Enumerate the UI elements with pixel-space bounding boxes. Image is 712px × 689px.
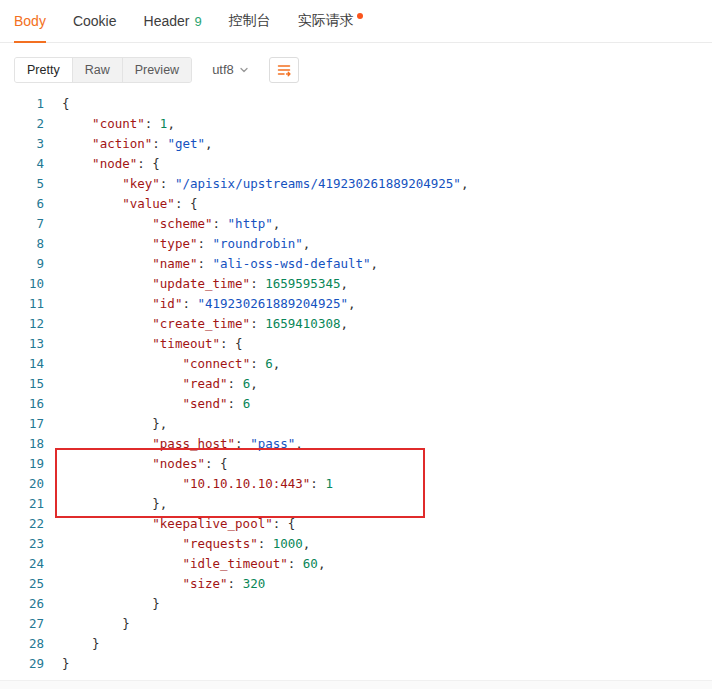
format-button[interactable] — [269, 57, 299, 83]
notification-dot — [357, 13, 363, 19]
line-content: "requests": 1000, — [44, 534, 310, 554]
code-line: 27 } — [0, 614, 712, 634]
line-content: } — [44, 654, 70, 674]
code-line: 14 "connect": 6, — [0, 354, 712, 374]
tab-actual-request[interactable]: 实际请求 — [298, 0, 363, 42]
line-content: "scheme": "http", — [44, 214, 280, 234]
line-content: "size": 320 — [44, 574, 265, 594]
line-number: 20 — [0, 474, 44, 494]
code-line: 10 "update_time": 1659595345, — [0, 274, 712, 294]
line-content: "timeout": { — [44, 334, 243, 354]
line-number: 28 — [0, 634, 44, 654]
line-number: 26 — [0, 594, 44, 614]
code-line: 8 "type": "roundrobin", — [0, 234, 712, 254]
code-line: 11 "id": "419230261889204925", — [0, 294, 712, 314]
line-content: "update_time": 1659595345, — [44, 274, 348, 294]
response-panel: BodyCookieHeader9控制台实际请求 PrettyRawPrevie… — [0, 0, 712, 689]
tab-label: 控制台 — [229, 12, 271, 30]
line-content: "pass_host": "pass", — [44, 434, 303, 454]
code-line: 22 "keepalive_pool": { — [0, 514, 712, 534]
line-number: 5 — [0, 174, 44, 194]
view-mode-pretty[interactable]: Pretty — [15, 58, 73, 82]
code-line: 16 "send": 6 — [0, 394, 712, 414]
code-line: 4 "node": { — [0, 154, 712, 174]
tab-header[interactable]: Header9 — [144, 0, 202, 42]
chevron-down-icon — [239, 65, 249, 75]
line-content: }, — [44, 414, 167, 434]
line-content: "nodes": { — [44, 454, 228, 474]
line-number: 9 — [0, 254, 44, 274]
line-number: 3 — [0, 134, 44, 154]
line-number: 15 — [0, 374, 44, 394]
code-line: 23 "requests": 1000, — [0, 534, 712, 554]
line-content: } — [44, 594, 160, 614]
tab-label: Header — [144, 13, 190, 29]
line-content: { — [44, 94, 70, 114]
response-body-viewer: 1{2 "count": 1,3 "action": "get",4 "node… — [0, 94, 712, 674]
line-number: 21 — [0, 494, 44, 514]
line-number: 11 — [0, 294, 44, 314]
code-line: 2 "count": 1, — [0, 114, 712, 134]
line-content: }, — [44, 494, 167, 514]
code-line: 19 "nodes": { — [0, 454, 712, 474]
view-mode-raw[interactable]: Raw — [73, 58, 123, 82]
code-lines: 1{2 "count": 1,3 "action": "get",4 "node… — [0, 94, 712, 674]
line-content: "10.10.10.10:443": 1 — [44, 474, 333, 494]
horizontal-scrollbar[interactable] — [0, 680, 712, 689]
line-content: "key": "/apisix/upstreams/41923026188920… — [44, 174, 468, 194]
line-number: 1 — [0, 94, 44, 114]
code-line: 18 "pass_host": "pass", — [0, 434, 712, 454]
code-line: 6 "value": { — [0, 194, 712, 214]
code-line: 26 } — [0, 594, 712, 614]
view-mode-switcher: PrettyRawPreview — [14, 57, 192, 83]
line-number: 14 — [0, 354, 44, 374]
body-toolbar: PrettyRawPreview utf8 — [0, 43, 712, 94]
code-line: 25 "size": 320 — [0, 574, 712, 594]
tab-label: 实际请求 — [298, 12, 354, 30]
code-line: 12 "create_time": 1659410308, — [0, 314, 712, 334]
tab-console[interactable]: 控制台 — [229, 0, 271, 42]
code-line: 9 "name": "ali-oss-wsd-default", — [0, 254, 712, 274]
tab-cookie[interactable]: Cookie — [73, 0, 117, 42]
line-content: "connect": 6, — [44, 354, 280, 374]
encoding-select[interactable]: utf8 — [212, 62, 249, 77]
line-number: 8 — [0, 234, 44, 254]
line-number: 4 — [0, 154, 44, 174]
line-content: "count": 1, — [44, 114, 175, 134]
line-number: 17 — [0, 414, 44, 434]
line-content: "keepalive_pool": { — [44, 514, 295, 534]
line-number: 25 — [0, 574, 44, 594]
line-number: 13 — [0, 334, 44, 354]
line-content: } — [44, 634, 100, 654]
line-content: "id": "419230261889204925", — [44, 294, 356, 314]
line-number: 10 — [0, 274, 44, 294]
code-line: 29} — [0, 654, 712, 674]
tab-bar: BodyCookieHeader9控制台实际请求 — [0, 0, 712, 43]
tab-label: Body — [14, 13, 46, 29]
line-content: "send": 6 — [44, 394, 250, 414]
code-line: 1{ — [0, 94, 712, 114]
line-number: 6 — [0, 194, 44, 214]
line-content: "type": "roundrobin", — [44, 234, 310, 254]
code-line: 20 "10.10.10.10:443": 1 — [0, 474, 712, 494]
code-line: 5 "key": "/apisix/upstreams/419230261889… — [0, 174, 712, 194]
line-content: "node": { — [44, 154, 160, 174]
line-number: 27 — [0, 614, 44, 634]
code-line: 17 }, — [0, 414, 712, 434]
line-number: 19 — [0, 454, 44, 474]
line-number: 18 — [0, 434, 44, 454]
view-mode-preview[interactable]: Preview — [123, 58, 191, 82]
encoding-value: utf8 — [212, 62, 234, 77]
line-content: "create_time": 1659410308, — [44, 314, 348, 334]
line-content: "value": { — [44, 194, 197, 214]
line-content: "idle_timeout": 60, — [44, 554, 325, 574]
line-number: 16 — [0, 394, 44, 414]
line-number: 2 — [0, 114, 44, 134]
line-number: 12 — [0, 314, 44, 334]
line-content: "read": 6, — [44, 374, 258, 394]
tab-body[interactable]: Body — [14, 0, 46, 42]
line-content: } — [44, 614, 130, 634]
line-content: "action": "get", — [44, 134, 213, 154]
line-number: 22 — [0, 514, 44, 534]
format-icon — [276, 62, 292, 78]
